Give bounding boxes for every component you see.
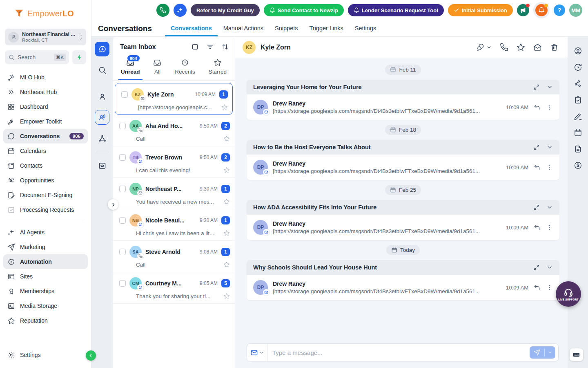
sidebar-item-document-esigning[interactable]: Document E-Signing — [3, 188, 88, 202]
sidebar-item-settings[interactable]: Settings — [3, 348, 88, 362]
sidebar-collapse-button[interactable] — [86, 350, 96, 361]
email-subject-bar[interactable]: How ADA Accessibility Fits Into Your Fut… — [247, 200, 559, 215]
expand-icon[interactable] — [533, 204, 540, 211]
sidebar-item-conversations[interactable]: Conversations906 — [3, 129, 88, 144]
list-item-kyle-zorn[interactable]: KZ Kyle Zorn 10:09 AM 1 [https://storage… — [115, 83, 233, 115]
sidebar-item-northeast-hub[interactable]: Northeast Hub — [3, 85, 88, 99]
expand-icon[interactable] — [533, 264, 540, 271]
expand-icon[interactable] — [533, 84, 540, 90]
reply-icon[interactable] — [533, 284, 541, 291]
documents-icon[interactable] — [574, 145, 582, 153]
star-toggle-icon[interactable] — [223, 261, 230, 268]
send-options-chevron-icon[interactable] — [545, 350, 555, 355]
row-checkbox[interactable] — [119, 249, 126, 255]
ai-magic-button[interactable] — [174, 4, 187, 17]
filter-icon[interactable] — [206, 43, 214, 51]
message-scroll-area[interactable]: Feb 11 Leveraging Your Home for Your Fut… — [235, 58, 568, 339]
list-item-nicole-beaul[interactable]: NB Nicole Beaul... 9:30 AM 1 Hi chris ye… — [113, 209, 235, 241]
call-contact-icon[interactable] — [500, 43, 508, 52]
sidebar-item-reputation[interactable]: Reputation — [3, 313, 88, 328]
list-item-courtney-m[interactable]: CM Courtney M... 9:05 AM 5 Thank you for… — [113, 272, 235, 304]
live-support-button[interactable]: LIVE SUPPORT — [556, 281, 581, 307]
email-subject-bar[interactable]: Why Schools Should Lead Your House Hunt — [247, 260, 559, 275]
tab-trigger-links[interactable]: Trigger Links — [304, 25, 349, 36]
mark-read-icon[interactable] — [533, 43, 542, 52]
sidebar-item-sites[interactable]: Sites — [3, 269, 88, 284]
announcements-button[interactable] — [517, 4, 529, 16]
sidebar-item-calendars[interactable]: Calendars — [3, 144, 88, 158]
expand-icon[interactable] — [533, 144, 540, 150]
contact-details-icon[interactable] — [574, 47, 582, 55]
inbox-tab-unread[interactable]: Unread 904 — [118, 58, 143, 80]
sidebar-item-automation[interactable]: Automation — [3, 254, 88, 269]
star-toggle-icon[interactable] — [223, 135, 230, 142]
more-options-icon[interactable] — [546, 284, 553, 291]
new-conversation-button[interactable] — [95, 42, 109, 56]
row-checkbox[interactable] — [119, 186, 126, 192]
sidebar-item-empower-toolkit[interactable]: Empower Toolkit — [3, 114, 88, 129]
chevron-down-icon[interactable] — [546, 264, 553, 271]
star-toggle-icon[interactable] — [223, 230, 230, 236]
notes-icon[interactable] — [574, 112, 582, 121]
sidebar-item-media-storage[interactable]: Media Storage — [3, 298, 88, 313]
channel-select-button[interactable] — [247, 344, 267, 361]
chevron-down-icon[interactable] — [546, 144, 553, 150]
reply-icon[interactable] — [533, 164, 541, 171]
strip-search-button[interactable] — [95, 63, 109, 77]
sidebar-item-marketing[interactable]: Marketing — [3, 240, 88, 254]
send-button[interactable] — [530, 346, 555, 359]
experiments-button[interactable] — [95, 131, 109, 146]
lender-scenario-request-button[interactable]: Lender Scenario Request Tool — [348, 4, 444, 16]
inbox-tab-recents[interactable]: Recents — [172, 58, 198, 80]
sort-icon[interactable] — [221, 43, 229, 51]
quick-actions-button[interactable] — [72, 50, 86, 64]
initial-submission-button[interactable]: Initial Submission — [448, 4, 513, 16]
reply-icon[interactable] — [533, 103, 541, 111]
more-options-icon[interactable] — [546, 164, 553, 171]
sidebar-item-dashboard[interactable]: Dashboard — [3, 99, 88, 114]
reply-icon[interactable] — [533, 224, 541, 231]
inbox-tab-starred[interactable]: Starred — [206, 58, 229, 80]
more-options-icon[interactable] — [546, 224, 553, 231]
inbox-tab-all[interactable]: All — [151, 58, 164, 80]
team-inbox-button[interactable] — [95, 110, 109, 125]
search-input[interactable]: Search ⌘K — [5, 50, 69, 64]
help-button[interactable]: ? — [554, 4, 565, 16]
appointments-icon[interactable] — [574, 128, 582, 137]
refer-credit-guy-button[interactable]: Refer to My Credit Guy — [191, 4, 260, 16]
payments-icon[interactable] — [574, 161, 582, 170]
dialer-button[interactable] — [156, 4, 169, 17]
sidebar-item-mlo-hub[interactable]: MLO Hub — [3, 70, 88, 85]
sidebar-item-opportunities[interactable]: Opportunities — [3, 173, 88, 188]
org-switch-chevrons-icon[interactable] — [78, 34, 83, 41]
org-selector[interactable]: Northeast Financial ... Rockfall, CT — [5, 29, 86, 45]
my-inbox-button[interactable] — [95, 89, 109, 104]
list-item-steve-arnold[interactable]: SA Steve Arnold 9:08 AM 1 Call — [113, 241, 235, 272]
list-item-trevor-brown[interactable]: TB Trevor Brown 9:50 AM 2 I can call thi… — [113, 146, 235, 178]
tab-snippets[interactable]: Snippets — [269, 25, 303, 36]
chevron-down-icon[interactable] — [546, 84, 553, 90]
row-checkbox[interactable] — [119, 280, 126, 287]
tab-settings[interactable]: Settings — [349, 25, 382, 36]
tasks-icon[interactable] — [574, 96, 582, 104]
select-all-checkbox-icon[interactable] — [191, 43, 199, 51]
send-contact-newzip-button[interactable]: Send Contact to Newzip — [264, 4, 344, 16]
star-toggle-icon[interactable] — [223, 198, 230, 205]
activity-history-icon[interactable] — [574, 63, 582, 72]
star-toggle-icon[interactable] — [221, 104, 228, 110]
sidebar-item-processing-requests[interactable]: Processing Requests — [3, 202, 88, 217]
sidebar-item-memberships[interactable]: Memberships — [3, 284, 88, 298]
message-input[interactable] — [267, 349, 530, 356]
row-checkbox[interactable] — [119, 123, 126, 129]
email-subject-bar[interactable]: How to Be the Host Everyone Talks About — [247, 140, 559, 155]
row-checkbox[interactable] — [121, 91, 128, 98]
list-item-aha-and-ho[interactable]: AA Aha And Ho... 9:50 AM 2 Call — [113, 115, 235, 146]
star-toggle-icon[interactable] — [223, 293, 230, 299]
keyboard-shortcuts-button[interactable] — [570, 348, 583, 361]
star-toggle-icon[interactable] — [223, 167, 230, 173]
tab-manual-actions[interactable]: Manual Actions — [218, 25, 269, 36]
star-conversation-icon[interactable] — [517, 43, 525, 52]
row-checkbox[interactable] — [119, 154, 126, 161]
sidebar-item-ai-agents[interactable]: AI Agents — [3, 225, 88, 240]
more-options-icon[interactable] — [546, 103, 553, 111]
